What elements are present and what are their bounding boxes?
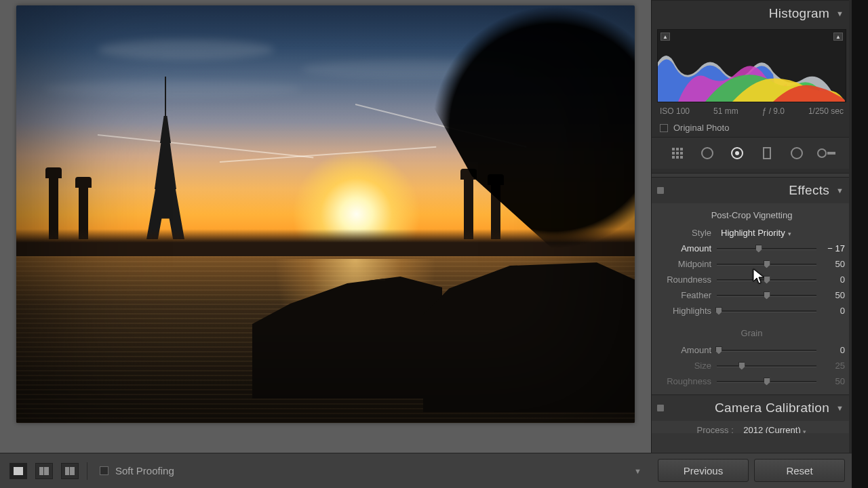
chevron-down-icon[interactable]: ▼ <box>634 467 642 475</box>
edited-photo <box>16 5 635 423</box>
spot-tool-icon[interactable] <box>695 143 719 163</box>
slider-label: Midpoint <box>658 259 717 269</box>
panel-switch-icon[interactable] <box>657 405 664 411</box>
checkbox-icon[interactable] <box>100 466 108 475</box>
feather-slider[interactable] <box>717 291 816 300</box>
grain-amount-slider-row: Amount 0 <box>658 342 845 358</box>
slider-value[interactable]: 0 <box>816 306 845 316</box>
feather-slider-row: Feather 50 <box>658 287 845 303</box>
chevron-down-icon[interactable]: ▼ <box>836 404 844 412</box>
effects-header[interactable]: Effects ▼ <box>652 178 852 203</box>
panel-scrollbar[interactable] <box>849 0 852 453</box>
soft-proofing-label: Soft Proofing <box>115 465 174 476</box>
original-photo-toggle[interactable]: Original Photo <box>652 119 852 137</box>
midpoint-slider-row: Midpoint 50 <box>658 256 845 272</box>
highlights-slider[interactable] <box>717 306 816 316</box>
grain-roughness-slider-row: Roughness 50 <box>658 373 845 389</box>
slider-value[interactable]: 50 <box>816 259 845 269</box>
svg-rect-15 <box>827 152 835 155</box>
highlight-clipping-icon[interactable]: ▲ <box>833 33 843 41</box>
roundness-slider[interactable] <box>717 275 816 285</box>
svg-point-9 <box>702 148 713 159</box>
svg-rect-2 <box>680 148 683 150</box>
slider-label: Amount <box>658 345 717 355</box>
svg-rect-7 <box>676 156 679 159</box>
process-label: Process : <box>697 425 734 433</box>
style-value[interactable]: Highlight Priority <box>717 228 785 238</box>
footer-buttons: Previous Reset <box>651 453 852 488</box>
histogram-panel: Histogram ▼ ▲ ▲ ISO 100 <box>652 0 852 173</box>
svg-rect-12 <box>764 148 770 159</box>
svg-point-10 <box>732 148 743 159</box>
slider-value[interactable]: 0 <box>816 345 845 355</box>
svg-rect-5 <box>680 152 683 155</box>
process-value[interactable]: 2012 (Current) <box>743 425 801 433</box>
grain-roughness-slider[interactable] <box>717 377 816 386</box>
camera-calibration-header[interactable]: Camera Calibration ▼ <box>652 395 852 421</box>
radial-filter-tool-icon[interactable] <box>785 143 809 163</box>
local-tools-row <box>652 137 852 169</box>
midpoint-slider[interactable] <box>717 260 816 269</box>
slider-value[interactable]: 50 <box>816 376 845 386</box>
dropdown-icon[interactable]: ▾ <box>788 230 791 237</box>
grain-amount-slider[interactable] <box>717 346 816 355</box>
histogram-graph[interactable]: ▲ ▲ <box>657 29 846 102</box>
checkbox-icon[interactable] <box>660 124 668 132</box>
vignette-section-title: Post-Crop Vignetting <box>658 207 845 224</box>
chevron-down-icon[interactable]: ▼ <box>836 9 844 18</box>
roundness-slider-row: Roundness 0 <box>658 272 845 287</box>
dropdown-icon[interactable]: ▾ <box>803 428 806 433</box>
shutter-value: 1/250 sec <box>808 106 844 116</box>
view-toolbar: Soft Proofing ▼ <box>0 453 651 488</box>
focal-value: 51 mm <box>713 106 738 116</box>
iso-value: ISO 100 <box>660 106 690 116</box>
slider-label: Roundness <box>658 274 717 285</box>
image-preview-area[interactable] <box>0 0 651 453</box>
svg-rect-4 <box>676 152 679 155</box>
histogram-title: Histogram <box>769 6 829 21</box>
shadow-clipping-icon[interactable]: ▲ <box>660 33 670 41</box>
slider-label: Feather <box>658 290 717 300</box>
camera-calibration-title: Camera Calibration <box>715 401 829 415</box>
svg-rect-6 <box>672 156 675 159</box>
histogram-header[interactable]: Histogram ▼ <box>652 1 852 26</box>
slider-value[interactable]: 50 <box>816 290 845 300</box>
crop-tool-icon[interactable] <box>665 143 690 163</box>
grain-section-title: Grain <box>658 325 845 342</box>
reset-button[interactable]: Reset <box>754 459 845 482</box>
grain-size-slider-row: Size 25 <box>658 358 845 373</box>
loupe-view-button[interactable] <box>9 463 27 479</box>
amount-slider[interactable] <box>717 244 816 253</box>
before-after-view-button[interactable] <box>61 463 79 479</box>
soft-proofing-toggle[interactable]: Soft Proofing <box>96 465 178 476</box>
highlights-slider-row: Highlights 0 <box>658 303 845 319</box>
redeye-tool-icon[interactable] <box>725 143 749 163</box>
effects-title: Effects <box>789 183 829 198</box>
slider-label: Amount <box>658 243 717 253</box>
slider-value[interactable]: 0 <box>816 274 845 285</box>
svg-point-14 <box>818 149 826 157</box>
panel-switch-icon[interactable] <box>657 187 664 194</box>
style-label: Style <box>658 228 717 238</box>
chevron-down-icon[interactable]: ▼ <box>836 186 844 195</box>
svg-point-11 <box>735 151 739 155</box>
svg-rect-3 <box>672 152 675 155</box>
slider-label: Roughness <box>658 376 717 386</box>
slider-label: Size <box>658 361 717 371</box>
original-photo-label: Original Photo <box>673 123 729 133</box>
svg-rect-8 <box>680 156 683 159</box>
effects-panel: Effects ▼ Post-Crop Vignetting Style Hig… <box>652 177 852 394</box>
svg-rect-1 <box>676 148 679 150</box>
develop-panel-column: Histogram ▼ ▲ ▲ ISO 100 <box>651 0 852 453</box>
compare-view-button[interactable] <box>35 463 53 479</box>
slider-label: Highlights <box>658 306 717 316</box>
grain-size-slider[interactable] <box>717 361 816 371</box>
slider-value[interactable]: 25 <box>816 361 845 371</box>
slider-value[interactable]: − 17 <box>816 243 845 253</box>
brush-tool-icon[interactable] <box>814 143 839 163</box>
previous-button[interactable]: Previous <box>658 459 749 482</box>
vignette-style-row[interactable]: Style Highlight Priority ▾ <box>658 224 845 241</box>
amount-slider-row: Amount − 17 <box>658 241 845 256</box>
aperture-value: ƒ / 9.0 <box>762 106 785 116</box>
grad-filter-tool-icon[interactable] <box>755 143 779 163</box>
